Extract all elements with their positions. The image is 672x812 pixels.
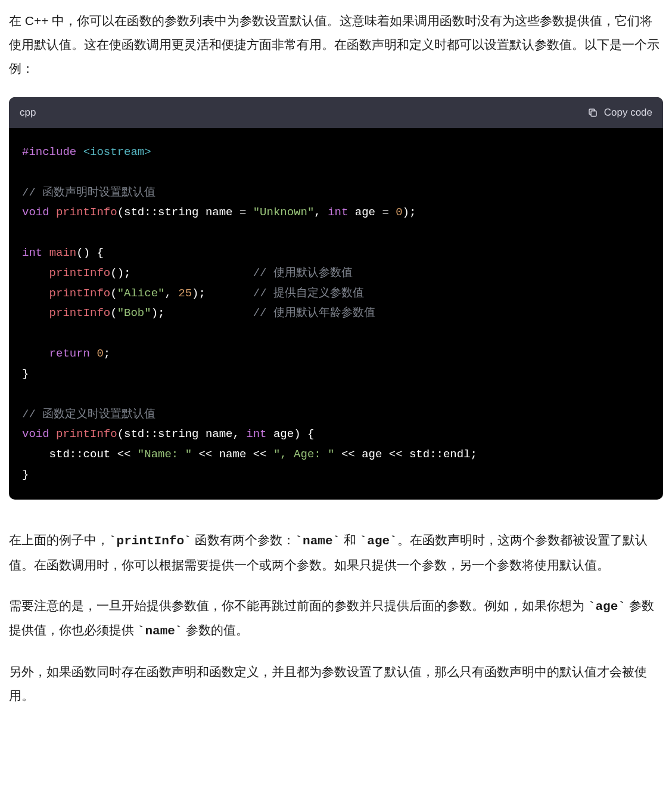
token-include: <iostream> [83,145,151,159]
token-punct: ; [158,306,164,320]
token-punct: } [22,468,29,481]
token-punct: ( [110,287,117,300]
text-span: 和 [340,533,360,547]
token-punct: , [232,427,246,441]
text-span: 需要注意的是，一旦开始提供参数值，你不能再跳过前面的参数并只提供后面的参数。例如… [9,599,588,612]
inline-code: `age` [360,534,397,548]
token-punct: { [90,246,104,259]
token-punct: << [246,448,273,461]
token-punct: , [164,287,178,300]
token-func: printInfo [49,306,111,320]
token-comment: // 使用默认参数值 [253,266,353,280]
paragraph-4: 另外，如果函数同时存在函数声明和函数定义，并且都为参数设置了默认值，那么只有函数… [9,660,663,708]
token-string: ", Age: " [273,448,335,461]
token-ident: age [273,427,294,441]
token-func: printInfo [56,206,117,219]
token-punct: ; [124,266,130,280]
token-func: printInfo [49,266,111,280]
token-punct: () [110,266,124,280]
token-keyword: return [49,347,90,360]
token-keyword: void [22,206,49,219]
token-punct: ) [192,287,198,300]
token-punct: ; [409,206,416,219]
intro-paragraph: 在 C++ 中，你可以在函数的参数列表中为参数设置默认值。这意味着如果调用函数时… [9,9,663,80]
token-punct: = [375,206,396,219]
token-punct: ; [104,347,110,360]
token-punct: } [22,367,29,380]
token-macro: #include [22,145,76,159]
paragraph-2: 在上面的例子中，`printInfo` 函数有两个参数：`name` 和 `ag… [9,528,663,577]
inline-code: `name` [138,624,183,638]
token-indent [22,266,49,280]
code-body: #include <iostream> // 函数声明时设置默认值 void p… [9,128,663,500]
token-pad [206,287,253,300]
token-number: 0 [396,206,402,219]
code-language-label: cpp [20,103,36,122]
code-header: cpp Copy code [9,97,663,128]
inline-code: `age` [588,600,626,613]
token-pad [130,266,253,280]
token-string: "Name: " [138,448,192,461]
token-indent [22,448,49,461]
token-func: main [49,246,77,259]
inline-code: `name` [295,534,340,548]
token-func: printInfo [56,427,117,441]
token-comment: // 提供自定义参数值 [253,287,364,300]
token-comment: // 函数定义时设置默认值 [22,408,155,421]
token-punct: () [76,246,90,259]
token-ident: std::endl [409,448,471,461]
token-punct: = [232,206,253,219]
copy-label: Copy code [604,103,652,122]
code-block: cpp Copy code #include <iostream> // 函数声… [9,97,663,500]
token-punct: , [314,206,328,219]
token-ident: std::string [124,427,198,441]
token-number: 0 [97,347,103,360]
token-indent [22,347,49,360]
token-comment: // 函数声明时设置默认值 [22,186,155,199]
text-span: 参数的值。 [182,623,248,637]
token-number: 25 [178,287,192,300]
text-span: 函数有两个参数： [192,533,295,547]
token-keyword: void [22,427,49,441]
token-ident: name [206,427,233,441]
token-keyword: int [246,427,266,441]
token-punct: ; [471,448,477,461]
svg-rect-0 [591,111,596,116]
token-punct: ; [199,287,206,300]
token-keyword: int [22,246,42,259]
token-string: "Unknown" [253,206,315,219]
token-keyword: int [328,206,348,219]
paragraph-3: 需要注意的是，一旦开始提供参数值，你不能再跳过前面的参数并只提供后面的参数。例如… [9,594,663,644]
token-punct: ( [117,427,124,441]
token-punct: << [110,448,138,461]
token-punct: ) [294,427,300,441]
token-punct: ) [151,306,158,320]
token-punct: << [192,448,219,461]
token-comment: // 使用默认年龄参数值 [253,306,375,320]
token-punct: ( [110,306,117,320]
token-space [90,347,97,360]
token-ident: name [219,448,247,461]
token-punct: { [301,427,315,441]
token-ident: age [362,448,382,461]
token-ident: age [355,206,375,219]
token-ident: std::cout [49,448,111,461]
token-indent [22,287,49,300]
token-punct: << [335,448,362,461]
inline-code: `printInfo` [109,534,192,548]
token-func: printInfo [49,287,111,300]
token-pad [164,306,253,320]
copy-code-button[interactable]: Copy code [587,103,652,122]
token-string: "Bob" [117,306,151,320]
token-punct: << [382,448,409,461]
token-ident: std::string [124,206,198,219]
token-punct: ( [117,206,124,219]
token-ident: name [206,206,233,219]
text-span: 在上面的例子中， [9,533,109,547]
copy-icon [587,107,598,118]
token-punct: ) [403,206,409,219]
token-string: "Alice" [117,287,165,300]
token-indent [22,306,49,320]
